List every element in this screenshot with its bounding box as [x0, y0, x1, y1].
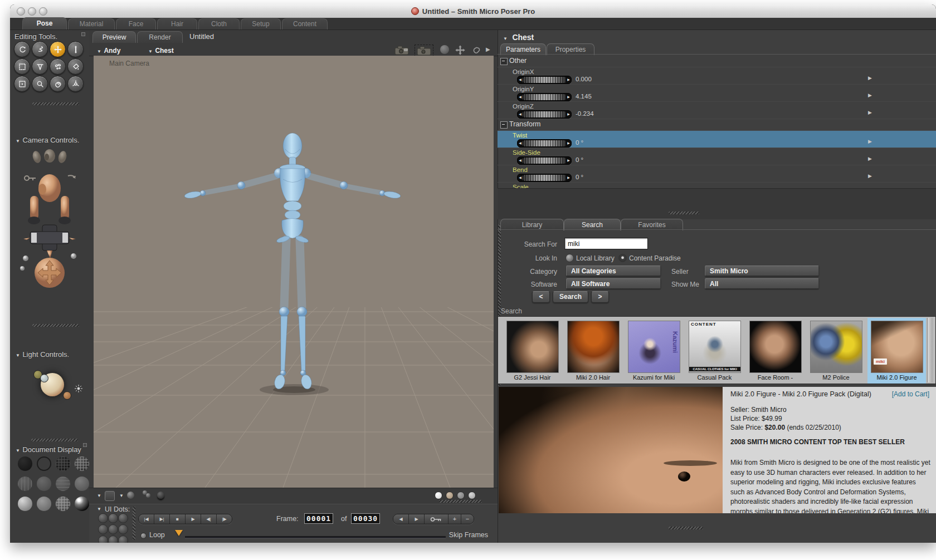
tab-library[interactable]: Library: [500, 219, 564, 230]
result-thumbnail[interactable]: M2 Police: [807, 318, 865, 384]
tab-content[interactable]: Content: [282, 18, 328, 30]
tab-render[interactable]: Render: [137, 31, 183, 43]
light-controls-cluster[interactable]: [10, 361, 89, 411]
ui-dot[interactable]: [118, 513, 128, 523]
collapse-panel-arrow[interactable]: ▶: [486, 46, 490, 52]
go-to-end-button[interactable]: ▶|: [154, 514, 170, 524]
tab-pose[interactable]: Pose: [22, 17, 67, 30]
display-style-hidden-line[interactable]: [75, 456, 89, 471]
zoom-button[interactable]: [39, 7, 47, 16]
tab-setup[interactable]: Setup: [241, 18, 281, 30]
tab-preview[interactable]: Preview: [92, 31, 136, 43]
software-dropdown[interactable]: All Software: [566, 278, 661, 289]
light-dot-tan[interactable]: [63, 391, 71, 400]
color-tool-button[interactable]: [67, 58, 84, 75]
display-style-smooth-lined[interactable]: [18, 497, 32, 511]
ui-dot[interactable]: [118, 524, 128, 534]
loop-toggle[interactable]: [140, 533, 147, 539]
result-thumbnail[interactable]: CONTENT CASUAL CLOTHES for MIKI Casual P…: [685, 318, 744, 384]
tab-hair[interactable]: Hair: [157, 18, 197, 30]
tracking-dot-off[interactable]: [468, 492, 476, 499]
search-button[interactable]: Search: [553, 291, 588, 303]
dark-sphere-icon[interactable]: [157, 492, 164, 499]
grouping-tool-button[interactable]: [50, 76, 66, 92]
style-menu-triangle[interactable]: ▼: [119, 493, 124, 498]
tab-face[interactable]: Face: [116, 18, 156, 30]
rotate-tool-button[interactable]: [14, 41, 30, 57]
translate-inout-tool-button[interactable]: [67, 41, 84, 57]
originx-dial[interactable]: ◀▶: [517, 76, 572, 84]
tracking-dot-full[interactable]: [435, 492, 442, 499]
tab-material[interactable]: Material: [68, 18, 115, 30]
prev-page-button[interactable]: <: [532, 291, 550, 303]
show-me-dropdown[interactable]: All: [705, 278, 819, 289]
multi-sphere-icon-2[interactable]: [146, 493, 150, 498]
detail-divider-handle[interactable]: [669, 527, 703, 529]
magnify-tool-button[interactable]: [32, 76, 48, 92]
sidebar-divider-handle[interactable]: [32, 324, 79, 327]
step-forward-button[interactable]: |▶: [217, 514, 232, 524]
add-to-cart-link[interactable]: [Add to Cart]: [892, 390, 929, 398]
delete-key-button[interactable]: −: [461, 514, 474, 524]
camera-controls-cluster[interactable]: [14, 145, 85, 289]
side-side-dial[interactable]: ◀▶: [517, 156, 572, 165]
play-button[interactable]: ▶: [186, 514, 201, 524]
twist-dial[interactable]: ◀▶: [517, 139, 572, 148]
sidebar-divider-handle[interactable]: [31, 439, 78, 441]
prev-key-button[interactable]: ◀: [393, 514, 409, 524]
morphing-tool-button[interactable]: [14, 76, 30, 92]
twist-tool-button[interactable]: [32, 41, 48, 57]
timeline-divider-handle[interactable]: [439, 500, 482, 503]
result-thumbnail[interactable]: Face Room -: [746, 318, 805, 384]
hand-widget-icon[interactable]: [471, 45, 481, 55]
view-orbit-tool-button[interactable]: [67, 76, 84, 92]
param-menu-arrow[interactable]: ▶: [868, 156, 872, 161]
display-style-outline[interactable]: [37, 456, 51, 471]
figure-menu[interactable]: ▼ Andy: [97, 45, 120, 55]
collapse-minus-icon[interactable]: [500, 58, 508, 65]
next-key-button[interactable]: ▶: [409, 514, 425, 524]
display-square-button[interactable]: [105, 491, 115, 501]
display-style-texture-shaded[interactable]: [75, 497, 89, 511]
display-style-texture-wire[interactable]: [56, 497, 70, 511]
display-style-flat-shaded[interactable]: [37, 477, 51, 491]
tracking-dot-box[interactable]: [446, 492, 454, 499]
seller-dropdown[interactable]: Smith Micro: [705, 266, 819, 276]
ui-dot[interactable]: [108, 524, 118, 534]
param-menu-arrow[interactable]: ▶: [868, 92, 872, 98]
ui-dot[interactable]: [118, 536, 128, 543]
ui-dot[interactable]: [108, 536, 118, 543]
group-transform[interactable]: Transform: [498, 119, 936, 130]
scale-tool-button[interactable]: [14, 58, 30, 75]
sun-icon[interactable]: [74, 384, 83, 393]
group-other[interactable]: Other: [498, 56, 936, 67]
param-menu-arrow[interactable]: ▶: [868, 110, 872, 115]
ui-dots-divider[interactable]: [133, 507, 135, 540]
display-style-cartoon[interactable]: [37, 497, 51, 511]
result-thumbnail-selected[interactable]: miki Miki 2.0 Figure: [867, 318, 926, 384]
tab-favorites[interactable]: Favorites: [621, 219, 683, 230]
collapse-minus-icon[interactable]: [500, 121, 508, 129]
timeline-marker[interactable]: [175, 530, 183, 536]
close-button[interactable]: [17, 7, 25, 16]
ui-dot[interactable]: [98, 536, 108, 543]
ui-dot[interactable]: [98, 513, 108, 523]
originz-dial[interactable]: ◀▶: [517, 110, 572, 119]
actor-menu[interactable]: ▼ Chest: [148, 45, 174, 55]
translate-tool-button[interactable]: [50, 41, 66, 57]
step-back-button[interactable]: ◀|: [201, 514, 217, 524]
chain-break-tool-button[interactable]: [50, 58, 66, 75]
category-dropdown[interactable]: All Categories: [566, 266, 661, 276]
sphere-widget-icon[interactable]: [440, 45, 449, 54]
scene-canvas[interactable]: [94, 56, 494, 488]
timeline-track[interactable]: [185, 536, 446, 539]
move-widget-icon[interactable]: [455, 45, 466, 56]
document-display-header[interactable]: ▼ Document Display: [16, 444, 81, 454]
light-dot-gray[interactable]: [40, 374, 48, 382]
actor-params-header[interactable]: ▼ Chest: [503, 32, 534, 42]
param-menu-arrow[interactable]: ▶: [868, 173, 872, 179]
frame-current-counter[interactable]: 00001: [304, 513, 333, 524]
stop-button[interactable]: ■: [170, 514, 186, 524]
search-input[interactable]: [564, 238, 648, 249]
result-thumbnail[interactable]: Kazumi Kazumi for Miki: [625, 318, 683, 384]
